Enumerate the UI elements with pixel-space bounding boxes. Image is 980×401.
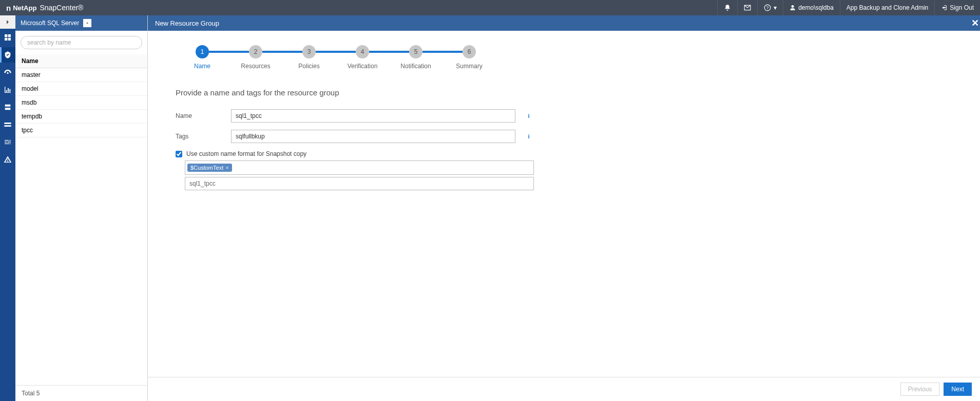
form-heading: Provide a name and tags for the resource…	[176, 88, 566, 97]
step-label: Summary	[456, 63, 482, 70]
hosts-nav[interactable]	[0, 99, 15, 115]
remove-token-icon[interactable]: ×	[225, 165, 228, 171]
signout-icon	[941, 5, 947, 11]
svg-text:?: ?	[766, 6, 769, 10]
nav-rail	[0, 15, 15, 401]
resource-type-select-label: Microsoft SQL Server	[21, 19, 79, 27]
settings-nav[interactable]	[0, 134, 15, 150]
sliders-icon	[4, 138, 12, 146]
resource-row[interactable]: model	[15, 82, 147, 96]
bell-icon	[724, 4, 731, 11]
resource-table-header[interactable]: Name	[15, 54, 147, 68]
custom-format-checkbox[interactable]	[176, 151, 182, 157]
chart-icon	[4, 86, 12, 94]
name-info-button[interactable]: i	[525, 112, 533, 120]
form-area: Provide a name and tags for the resource…	[176, 88, 566, 190]
tags-label: Tags	[176, 133, 231, 140]
format-token[interactable]: $CustomText ×	[187, 164, 232, 172]
resource-row[interactable]: tempdb	[15, 110, 147, 124]
resource-table: Name master model msdb tempdb tpcc	[15, 54, 147, 385]
next-button[interactable]: Next	[944, 383, 972, 396]
chevron-down-icon	[85, 21, 90, 26]
step-label: Resources	[241, 63, 270, 70]
info-icon: i	[528, 133, 529, 139]
step-circle: 1	[196, 45, 209, 58]
snapshot-format-box[interactable]: $CustomText ×	[185, 161, 534, 175]
dashboard-nav[interactable]	[0, 30, 15, 45]
gauge-icon	[4, 68, 12, 76]
notifications-button[interactable]	[717, 0, 737, 15]
tags-info-button[interactable]: i	[525, 132, 533, 141]
name-label: Name	[176, 112, 231, 119]
resource-row[interactable]: msdb	[15, 96, 147, 110]
brand-company: NetApp	[13, 4, 36, 12]
help-button[interactable]: ? ▾	[757, 0, 783, 15]
step-label: Notification	[400, 63, 431, 70]
expand-rail-button[interactable]	[0, 15, 15, 29]
resource-panel-header: Microsoft SQL Server	[15, 15, 147, 31]
wizard-footer: Previous Next	[148, 377, 980, 401]
resource-footer: Total 5	[15, 385, 147, 401]
step-label: Verification	[348, 63, 378, 70]
resources-nav[interactable]	[0, 47, 15, 63]
monitor-nav[interactable]	[0, 65, 15, 80]
brand-bar: n NetApp SnapCenter® ? ▾ demo\sqldba App…	[0, 0, 980, 15]
format-token-label: $CustomText	[190, 165, 223, 171]
hosts-icon	[4, 103, 12, 111]
step-circle: 2	[249, 45, 262, 58]
step-label: Name	[194, 63, 210, 70]
netapp-icon: n	[6, 4, 11, 12]
step-notification[interactable]: 5 Notification	[389, 45, 443, 70]
close-panel-button[interactable]: ✕	[970, 15, 980, 31]
alert-icon	[4, 155, 12, 164]
resource-type-select[interactable]	[83, 19, 91, 27]
brand-product: SnapCenter®	[40, 4, 83, 12]
help-icon: ?	[764, 4, 771, 11]
step-label: Policies	[298, 63, 319, 70]
user-label: demo\sqldba	[798, 4, 834, 11]
header-actions: ? ▾ demo\sqldba App Backup and Clone Adm…	[717, 0, 980, 15]
name-input[interactable]	[231, 109, 515, 123]
close-icon: ✕	[971, 17, 979, 29]
sign-out-button[interactable]: Sign Out	[934, 0, 980, 15]
step-circle: 5	[409, 45, 422, 58]
mail-button[interactable]	[737, 0, 757, 15]
resource-search-input[interactable]	[21, 36, 142, 49]
step-resources[interactable]: 2 Resources	[229, 45, 282, 70]
chevron-down-icon: ▾	[774, 4, 777, 11]
brand-logo: n NetApp	[6, 4, 36, 12]
role-label: App Backup and Clone Admin	[847, 4, 928, 11]
mail-icon	[744, 4, 751, 11]
storage-icon	[4, 121, 12, 129]
user-menu[interactable]: demo\sqldba	[783, 0, 840, 15]
chevron-right-icon	[4, 18, 12, 26]
step-name[interactable]: 1 Name	[176, 45, 229, 70]
step-verification[interactable]: 4 Verification	[336, 45, 389, 70]
alerts-nav[interactable]	[0, 152, 15, 167]
step-circle: 4	[356, 45, 369, 58]
previous-button[interactable]: Previous	[900, 383, 940, 396]
step-policies[interactable]: 3 Policies	[282, 45, 336, 70]
sign-out-label: Sign Out	[950, 4, 974, 11]
content-panel: New Resource Group ✕ 1 Name 2 Resources	[148, 15, 980, 401]
tags-input[interactable]	[231, 130, 515, 143]
user-icon	[790, 5, 796, 11]
step-circle: 3	[302, 45, 316, 58]
resource-panel: Microsoft SQL Server Name master model m…	[15, 15, 148, 401]
resource-row[interactable]: tpcc	[15, 124, 147, 137]
content-header: New Resource Group ✕	[148, 15, 980, 31]
step-summary[interactable]: 6 Summary	[443, 45, 496, 70]
role-label-wrap[interactable]: App Backup and Clone Admin	[840, 0, 934, 15]
resource-row[interactable]: master	[15, 68, 147, 82]
info-icon: i	[528, 113, 529, 119]
content-title: New Resource Group	[155, 19, 219, 27]
storage-nav[interactable]	[0, 117, 15, 132]
custom-format-label: Use custom name format for Snapshot copy	[186, 150, 306, 157]
grid-icon	[4, 33, 12, 42]
step-circle: 6	[463, 45, 476, 58]
shield-check-icon	[4, 51, 12, 59]
reports-nav[interactable]	[0, 82, 15, 97]
custom-text-input[interactable]	[185, 177, 534, 190]
wizard-stepper: 1 Name 2 Resources 3 Policies 4 Verifica…	[176, 45, 980, 70]
